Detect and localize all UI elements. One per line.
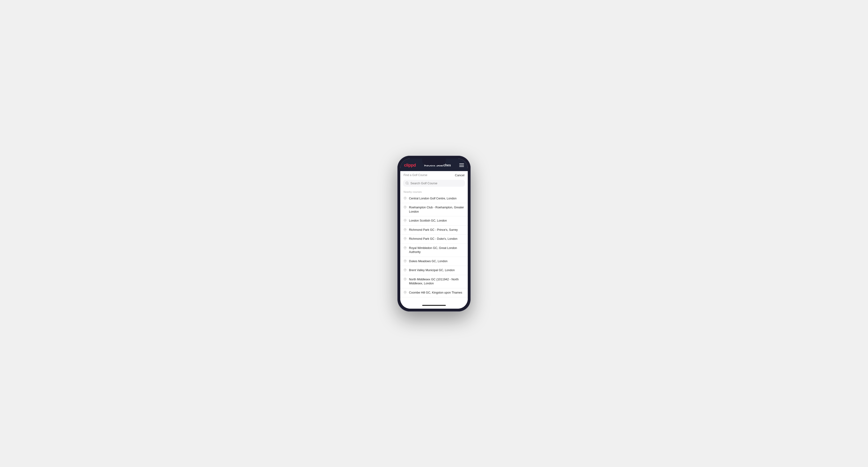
content-area: Find a Golf Course Cancel Nearby courses	[400, 171, 468, 302]
phone-screen: clippd Recent Searches Find a Golf Cours…	[400, 159, 468, 309]
search-icon	[405, 182, 409, 185]
find-bar: Find a Golf Course Cancel	[400, 171, 468, 179]
list-item[interactable]: Coombe Hill GC, Kingston upon Thames	[400, 288, 468, 298]
app-logo: clippd	[404, 163, 416, 168]
list-item[interactable]: Richmond Park GC - Prince's, Surrey	[400, 226, 468, 235]
search-wrapper	[400, 179, 468, 189]
list-item[interactable]: London Scottish GC, London	[400, 216, 468, 226]
course-name: Roehampton Club - Roehampton, Greater Lo…	[409, 206, 464, 214]
pin-icon	[404, 269, 407, 272]
course-name: North Middlesex GC (1011942 - North Midd…	[409, 278, 464, 286]
svg-point-10	[405, 278, 405, 279]
course-list: Central London Golf Centre, London Roeha…	[400, 194, 468, 302]
list-item[interactable]: Roehampton Club - Roehampton, Greater Lo…	[400, 203, 468, 216]
svg-point-2	[405, 197, 405, 198]
svg-point-9	[405, 270, 405, 270]
menu-icon[interactable]	[459, 163, 464, 167]
svg-point-8	[405, 260, 405, 261]
svg-point-5	[405, 229, 405, 229]
pin-icon	[404, 278, 407, 281]
course-name: Coombe Hill GC, Kingston upon Thames	[409, 291, 462, 295]
course-name: Royal Wimbledon GC, Great London Authori…	[409, 246, 464, 254]
list-item[interactable]: Richmond Park GC - Duke's, London	[400, 235, 468, 244]
phone-device: clippd Recent Searches Find a Golf Cours…	[397, 156, 471, 311]
list-item[interactable]: Central London Golf Centre, London	[400, 194, 468, 204]
pin-icon	[404, 246, 407, 249]
home-indicator-bar	[422, 305, 446, 306]
list-item[interactable]: Brent Valley Municipal GC, London	[400, 266, 468, 275]
pin-icon	[404, 291, 407, 294]
list-item[interactable]: North Middlesex GC (1011942 - North Midd…	[400, 275, 468, 288]
course-name: London Scottish GC, London	[409, 219, 447, 223]
svg-point-4	[405, 220, 405, 221]
course-name: Richmond Park GC - Duke's, London	[409, 237, 457, 241]
course-name: Richmond Park GC - Prince's, Surrey	[409, 228, 458, 232]
course-name: Dukes Meadows GC, London	[409, 259, 447, 263]
svg-point-6	[405, 238, 405, 239]
search-box	[403, 180, 465, 187]
pin-icon	[404, 206, 407, 209]
pin-icon	[404, 237, 407, 240]
svg-point-7	[405, 247, 405, 248]
list-item[interactable]: Royal Wimbledon GC, Great London Authori…	[400, 244, 468, 257]
pin-icon	[404, 219, 407, 222]
nearby-section-label: Nearby courses	[400, 189, 468, 194]
course-name: Brent Valley Municipal GC, London	[409, 268, 455, 273]
list-item[interactable]: Dukes Meadows GC, London	[400, 257, 468, 266]
svg-point-3	[405, 207, 405, 208]
phone-notch	[422, 159, 446, 165]
svg-point-11	[405, 292, 405, 292]
pin-icon	[404, 259, 407, 262]
find-label: Find a Golf Course	[404, 174, 427, 177]
course-name: Central London Golf Centre, London	[409, 196, 457, 201]
home-indicator	[400, 302, 468, 309]
cancel-button[interactable]: Cancel	[455, 174, 464, 177]
search-input[interactable]	[410, 182, 463, 185]
pin-icon	[404, 228, 407, 231]
svg-line-1	[408, 184, 408, 185]
pin-icon	[404, 197, 407, 200]
